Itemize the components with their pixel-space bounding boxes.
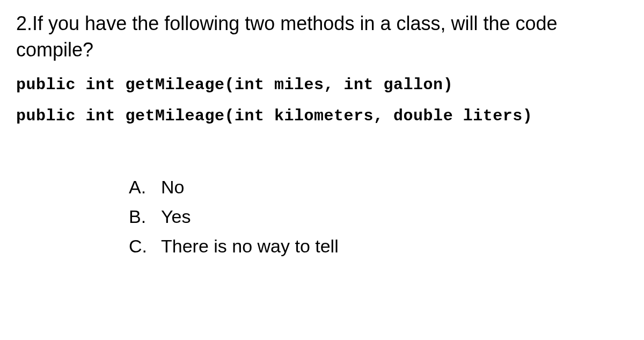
option-letter: A.: [129, 173, 161, 201]
option-b: B. Yes: [129, 203, 628, 230]
answer-options: A. No B. Yes C. There is no way to tell: [129, 173, 628, 260]
option-text: No: [161, 173, 628, 201]
option-a: A. No: [129, 173, 628, 201]
option-letter: B.: [129, 203, 161, 230]
option-text: Yes: [161, 203, 628, 230]
code-snippet-line-1: public int getMileage(int miles, int gal…: [16, 76, 628, 94]
option-letter: C.: [129, 233, 161, 260]
option-text: There is no way to tell: [161, 233, 628, 260]
question-prompt: 2.If you have the following two methods …: [16, 11, 628, 63]
code-snippet-line-2: public int getMileage(int kilometers, do…: [16, 107, 628, 125]
question-number: 2.: [16, 12, 32, 34]
question-body: If you have the following two methods in…: [16, 12, 558, 61]
option-c: C. There is no way to tell: [129, 233, 628, 260]
